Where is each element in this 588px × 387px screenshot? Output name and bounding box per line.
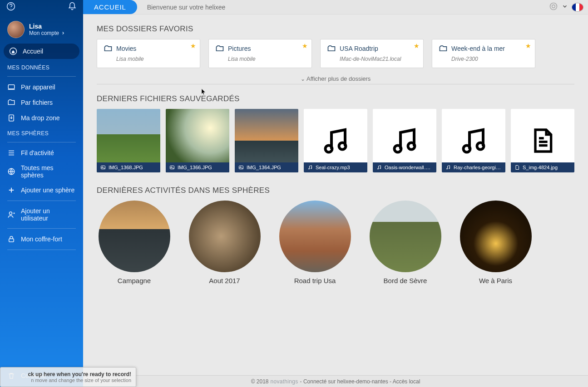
avatar xyxy=(7,21,25,38)
sphere-thumbnail xyxy=(279,201,351,272)
footer-brand: novathings xyxy=(271,378,298,385)
favorite-folder[interactable]: ★ Pictures Lisa mobile xyxy=(208,39,312,68)
folder-name: USA Roadtrip xyxy=(340,45,378,52)
user-account-row[interactable]: Lisa Mon compte xyxy=(0,15,83,43)
sidebar: Lisa Mon compte Accueil MES DONNÉES Par … xyxy=(0,0,83,387)
music-icon xyxy=(376,165,382,170)
recent-files-grid: IMG_1368.JPG IMG_1366.JPG IMG_1364.JPG S… xyxy=(97,109,574,172)
svg-point-8 xyxy=(550,3,557,10)
nav-section-spheres: MES SPHÈRES xyxy=(0,126,83,139)
music-icon xyxy=(445,165,451,170)
section-recent-title: DERNIERS FICHIERS SAUVEGARDÉS xyxy=(97,94,574,103)
svg-point-9 xyxy=(552,5,555,8)
folder-name: Pictures xyxy=(228,45,251,52)
star-icon: ★ xyxy=(414,42,420,49)
sphere-thumbnail xyxy=(189,201,261,272)
image-icon xyxy=(238,165,244,170)
sphere-item[interactable]: Bord de Sèvre xyxy=(368,201,443,284)
account-link[interactable]: Mon compte xyxy=(29,30,65,36)
music-icon xyxy=(307,165,313,170)
svg-point-20 xyxy=(395,146,401,152)
sphere-item[interactable]: Campagne xyxy=(97,201,172,284)
file-card[interactable]: S_img-4824.jpg xyxy=(511,109,574,172)
sphere-label: Campagne xyxy=(118,277,151,284)
file-name: IMG_1364.JPG xyxy=(247,165,281,170)
svg-point-17 xyxy=(339,143,346,150)
show-more-folders[interactable]: Afficher plus de dossiers xyxy=(97,73,574,84)
nav-by-device[interactable]: Par appareil xyxy=(0,79,83,95)
language-dropdown[interactable] xyxy=(562,3,568,11)
footer-copyright: © 2018 xyxy=(251,378,269,385)
sphere-item[interactable]: Road trip Usa xyxy=(277,201,352,284)
favorite-folder[interactable]: ★ Week-end à la mer Drive-2300 xyxy=(432,39,535,68)
file-name: Seal-crazy.mp3 xyxy=(316,165,350,170)
image-icon xyxy=(100,165,106,170)
svg-point-16 xyxy=(326,146,332,152)
sphere-item[interactable]: We à Paris xyxy=(458,201,533,284)
sphere-item[interactable]: Aout 2017 xyxy=(187,201,262,284)
music-icon xyxy=(457,124,490,157)
file-name: S_img-4824.jpg xyxy=(523,165,558,170)
topbar: ACCUEIL Bienvenue sur votre helixee xyxy=(83,0,588,15)
favorite-folder[interactable]: ★ Movies Lisa mobile xyxy=(97,39,200,68)
nav-by-files[interactable]: Par fichiers xyxy=(0,95,83,110)
sphere-thumbnail xyxy=(460,201,532,272)
svg-point-22 xyxy=(378,168,379,169)
folder-name: Week-end à la mer xyxy=(451,45,505,52)
nav-vault[interactable]: Mon coffre-fort xyxy=(0,231,83,247)
sphere-thumbnail xyxy=(99,201,170,272)
svg-point-25 xyxy=(477,143,484,150)
favorite-folder[interactable]: ★ USA Roadtrip IMac-de-NoviMac21.local xyxy=(320,39,424,68)
file-card[interactable]: Oasis-wonderwall…. xyxy=(373,109,436,172)
nav-add-user[interactable]: Ajouter un utilisateur xyxy=(0,204,83,225)
file-name: Ray-charles-georgi… xyxy=(454,165,501,170)
section-spheres-title: DERNIÈRES ACTIVITÉS DANS MES SPHÈRES xyxy=(97,186,574,195)
star-icon: ★ xyxy=(525,42,531,49)
image-icon xyxy=(169,165,175,170)
folder-name: Movies xyxy=(116,45,136,52)
svg-point-23 xyxy=(380,168,381,169)
svg-point-6 xyxy=(10,212,12,215)
file-name: IMG_1366.JPG xyxy=(178,165,212,170)
sphere-label: Road trip Usa xyxy=(294,277,336,284)
nav-dropzone[interactable]: Ma drop zone xyxy=(0,110,83,126)
file-card[interactable]: IMG_1364.JPG xyxy=(235,109,298,172)
svg-point-19 xyxy=(311,168,312,169)
recording-hint-overlay: ck up here when you're ready to record! … xyxy=(0,367,136,387)
svg-point-18 xyxy=(309,168,310,169)
svg-point-1 xyxy=(10,8,11,9)
nav-home[interactable]: Accueil xyxy=(4,44,79,59)
notifications-icon[interactable] xyxy=(68,2,77,13)
svg-point-24 xyxy=(464,146,470,152)
folder-location: Lisa mobile xyxy=(116,56,193,62)
section-favorites-title: MES DOSSIERS FAVORIS xyxy=(97,24,574,34)
folder-location: Drive-2300 xyxy=(451,56,529,62)
nav-all-spheres[interactable]: Toutes mes sphères xyxy=(0,161,83,182)
nav-section-data: MES DONNÉES xyxy=(0,60,83,73)
svg-rect-7 xyxy=(9,239,14,242)
svg-point-27 xyxy=(449,168,450,169)
welcome-text: Bienvenue sur votre helixee xyxy=(137,0,544,14)
file-card[interactable]: IMG_1366.JPG xyxy=(166,109,229,172)
flag-france-icon[interactable] xyxy=(572,3,583,12)
music-icon xyxy=(319,124,352,157)
svg-rect-3 xyxy=(8,85,15,89)
nav-activity-feed[interactable]: Fil d'activité xyxy=(0,145,83,161)
nav-add-sphere[interactable]: Ajouter une sphère xyxy=(0,182,83,198)
user-name: Lisa xyxy=(29,23,65,30)
target-icon[interactable] xyxy=(549,2,558,13)
document-icon xyxy=(528,126,557,155)
topbar-tab-home[interactable]: ACCUEIL xyxy=(83,0,137,14)
file-card[interactable]: Ray-charles-georgi… xyxy=(442,109,505,172)
footer-status: - Connecté sur helixee-demo-nantes - Acc… xyxy=(300,378,420,385)
file-card[interactable]: Seal-crazy.mp3 xyxy=(304,109,367,172)
main: ACCUEIL Bienvenue sur votre helixee MES … xyxy=(83,0,588,387)
svg-point-26 xyxy=(447,168,448,169)
star-icon: ★ xyxy=(190,42,196,49)
footer: © 2018 novathings - Connecté sur helixee… xyxy=(83,375,588,387)
sphere-label: Aout 2017 xyxy=(209,277,240,284)
folder-location: IMac-de-NoviMac21.local xyxy=(340,56,417,62)
document-icon xyxy=(514,165,520,170)
help-icon[interactable] xyxy=(6,2,15,13)
file-card[interactable]: IMG_1368.JPG xyxy=(97,109,160,172)
